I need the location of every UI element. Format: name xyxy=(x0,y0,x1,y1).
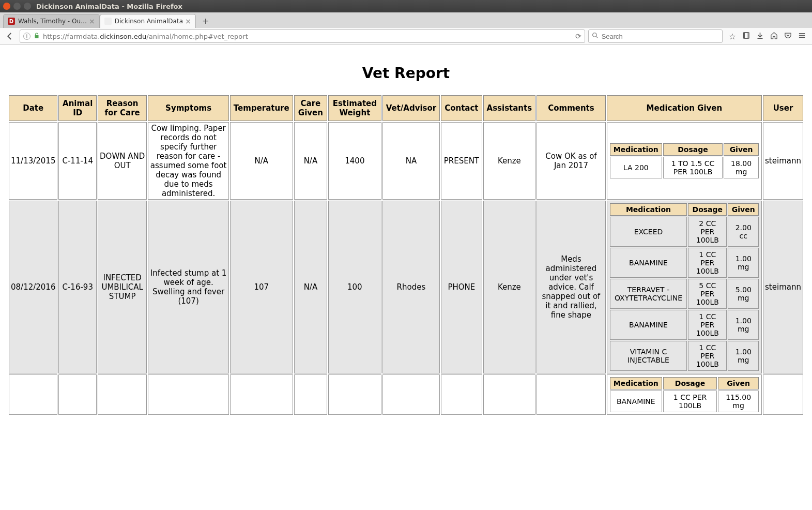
vet-report-table: DateAnimal IDReason for CareSymptomsTemp… xyxy=(8,94,804,416)
cell xyxy=(98,374,147,415)
med-cell: 115.00 mg xyxy=(718,391,759,412)
window-close-button[interactable] xyxy=(3,3,10,10)
search-input[interactable] xyxy=(602,33,719,40)
cell: 107 xyxy=(230,201,293,373)
downloads-icon[interactable] xyxy=(756,32,764,41)
cell: Meds administered under vet's advice. Ca… xyxy=(537,201,606,373)
med-cell: 1 CC PER 100LB xyxy=(688,310,727,340)
bookmark-star-icon[interactable]: ☆ xyxy=(729,32,736,41)
cell: 08/12/2016 xyxy=(9,201,57,373)
reload-icon[interactable]: ⟳ xyxy=(575,32,581,40)
cell xyxy=(58,374,97,415)
browser-tab-strip: D Wahls, Timothy - Ou… × Dickinson Anima… xyxy=(0,12,812,28)
tab-close-icon[interactable]: × xyxy=(185,17,191,25)
table-row: MedicationDosageGivenBANAMINE1 CC PER 10… xyxy=(9,374,803,415)
medication-table: MedicationDosageGivenLA 2001 TO 1.5 CC P… xyxy=(609,142,760,179)
column-header: Animal ID xyxy=(58,95,97,121)
med-cell: 18.00 mg xyxy=(724,157,759,178)
new-tab-button[interactable]: + xyxy=(199,15,212,26)
cell xyxy=(230,374,293,415)
med-cell: 5.00 mg xyxy=(728,279,759,309)
med-cell: BANAMINE xyxy=(610,248,687,278)
info-icon[interactable]: i xyxy=(23,33,30,40)
page-viewport[interactable]: Vet Report DateAnimal IDReason for CareS… xyxy=(0,45,812,510)
cell: N/A xyxy=(294,122,327,200)
pocket-icon[interactable] xyxy=(784,32,792,41)
browser-nav-bar: i https://farmdata.dickinson.edu/animal/… xyxy=(0,28,812,45)
cell xyxy=(441,374,482,415)
med-cell: 2 CC PER 100LB xyxy=(688,217,727,247)
med-cell: 1.00 mg xyxy=(728,310,759,340)
med-cell: VITAMIN C INJECTABLE xyxy=(610,341,687,371)
search-icon xyxy=(592,32,599,40)
cell: C-16-93 xyxy=(58,201,97,373)
med-column-header: Medication xyxy=(610,203,687,216)
med-cell: BANAMINE xyxy=(610,310,687,340)
med-cell: 1.00 mg xyxy=(728,248,759,278)
column-header: Temperature xyxy=(230,95,293,121)
cell: DOWN AND OUT xyxy=(98,122,147,200)
library-icon[interactable] xyxy=(742,32,750,41)
med-cell: LA 200 xyxy=(610,157,662,178)
cell: NA xyxy=(382,122,440,200)
medication-table: MedicationDosageGivenEXCEED2 CC PER 100L… xyxy=(609,202,760,372)
med-cell: 2.00 cc xyxy=(728,217,759,247)
os-titlebar: Dickinson AnimalData - Mozilla Firefox xyxy=(0,0,812,12)
column-header: User xyxy=(763,95,803,121)
tab-close-icon[interactable]: × xyxy=(89,17,95,25)
home-icon[interactable] xyxy=(770,32,778,41)
column-header: Reason for Care xyxy=(98,95,147,121)
column-header: Contact xyxy=(441,95,482,121)
cell: PHONE xyxy=(441,201,482,373)
column-header: Care Given xyxy=(294,95,327,121)
search-bar[interactable] xyxy=(588,29,723,43)
url-bar[interactable]: i https://farmdata.dickinson.edu/animal/… xyxy=(20,29,585,43)
med-column-header: Given xyxy=(728,203,759,216)
med-column-header: Dosage xyxy=(663,143,723,156)
window-minimize-button[interactable] xyxy=(13,3,21,10)
window-maximize-button[interactable] xyxy=(24,3,31,10)
med-cell: 1 CC PER 100LB xyxy=(688,248,727,278)
cell xyxy=(328,374,381,415)
column-header: Medication Given xyxy=(607,95,762,121)
medication-cell: MedicationDosageGivenBANAMINE1 CC PER 10… xyxy=(607,374,762,415)
med-cell: 5 CC PER 100LB xyxy=(688,279,727,309)
medication-table: MedicationDosageGivenBANAMINE1 CC PER 10… xyxy=(609,376,760,413)
cell: 100 xyxy=(328,201,381,373)
table-row: 11/13/2015C-11-14DOWN AND OUTCow limping… xyxy=(9,122,803,200)
cell: C-11-14 xyxy=(58,122,97,200)
lock-icon xyxy=(34,33,40,40)
med-column-header: Dosage xyxy=(688,203,727,216)
browser-tab[interactable]: D Wahls, Timothy - Ou… × xyxy=(3,14,100,28)
cell xyxy=(294,374,327,415)
cell: Kenze xyxy=(483,122,536,200)
cell: Infected stump at 1 week of age. Swellin… xyxy=(148,201,228,373)
cell: 1400 xyxy=(328,122,381,200)
url-text: https://farmdata.dickinson.edu/animal/ho… xyxy=(43,33,572,40)
cell: INFECTED UMBILICAL STUMP xyxy=(98,201,147,373)
cell: PRESENT xyxy=(441,122,482,200)
column-header: Symptoms xyxy=(148,95,228,121)
med-column-header: Medication xyxy=(610,377,662,389)
column-header: Assistants xyxy=(483,95,536,121)
tab-title: Dickinson AnimalData xyxy=(115,18,183,25)
tab-title: Wahls, Timothy - Ou… xyxy=(18,18,87,25)
back-button[interactable] xyxy=(3,29,17,43)
med-column-header: Given xyxy=(724,143,759,156)
browser-tab-active[interactable]: Dickinson AnimalData × xyxy=(100,14,196,28)
med-cell: TERRAVET - OXYTETRACYCLINE xyxy=(610,279,687,309)
med-column-header: Dosage xyxy=(663,377,717,389)
cell xyxy=(483,374,536,415)
column-header: Vet/Advisor xyxy=(382,95,440,121)
med-cell: BANAMINE xyxy=(610,391,662,412)
cell xyxy=(537,374,606,415)
med-column-header: Given xyxy=(718,377,759,389)
arrow-left-icon xyxy=(5,32,14,41)
hamburger-menu-icon[interactable] xyxy=(798,32,806,41)
cell xyxy=(148,374,228,415)
medication-cell: MedicationDosageGivenLA 2001 TO 1.5 CC P… xyxy=(607,122,762,200)
med-cell: 1 CC PER 100LB xyxy=(663,391,717,412)
window-title: Dickinson AnimalData - Mozilla Firefox xyxy=(36,3,182,10)
cell: steimann xyxy=(763,122,803,200)
cell: 11/13/2015 xyxy=(9,122,57,200)
